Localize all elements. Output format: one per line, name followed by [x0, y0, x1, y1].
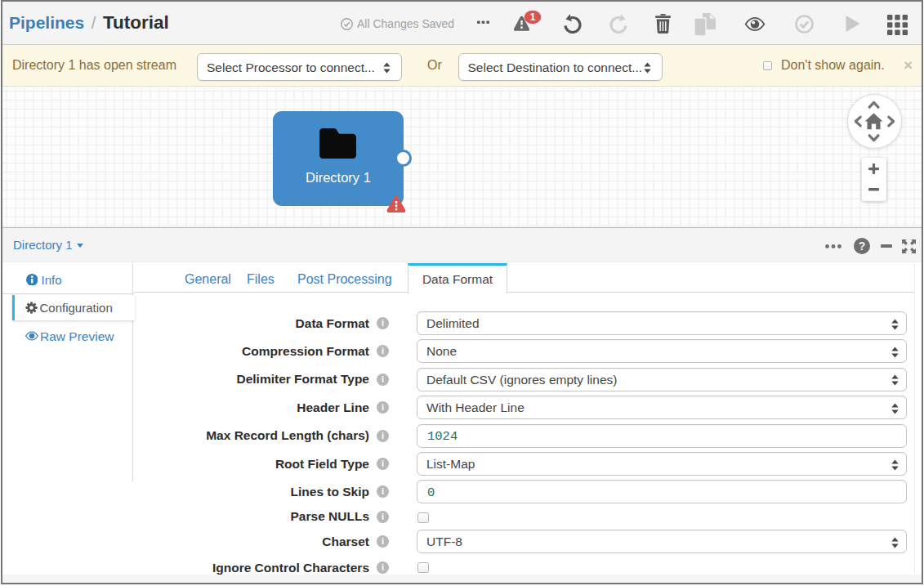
svg-text:1: 1 [530, 11, 536, 23]
svg-text:?: ? [859, 239, 866, 253]
